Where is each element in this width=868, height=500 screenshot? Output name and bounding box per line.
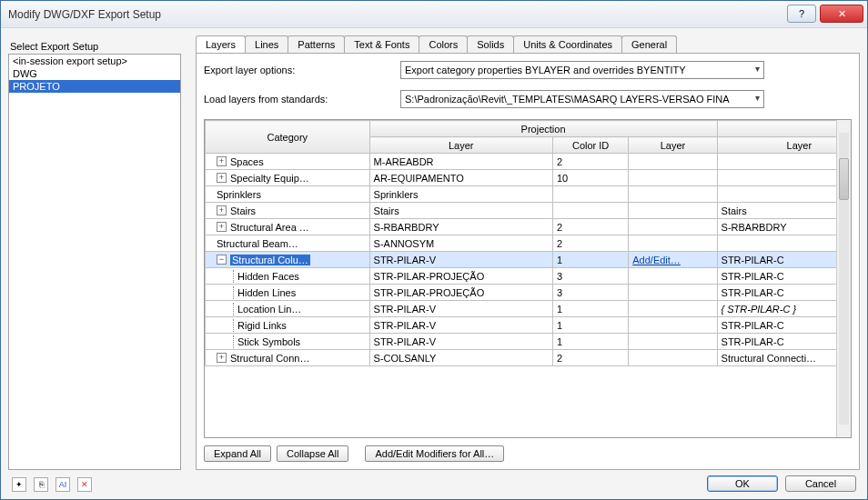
cut-layer-cell[interactable]: Structural Connecti…	[717, 350, 852, 366]
grid-vertical-scrollbar[interactable]	[836, 120, 851, 437]
header-cut-layer[interactable]: Layer	[717, 137, 852, 154]
proj-layer-cell[interactable]: S-RBARBDRY	[369, 219, 552, 235]
expand-toggle-icon[interactable]: +	[217, 156, 227, 166]
table-row[interactable]: Hidden FacesSTR-PILAR-PROJEÇÃO3STR-PILAR…	[206, 268, 853, 285]
proj-layer-cell[interactable]: STR-PILAR-PROJEÇÃO	[369, 285, 552, 301]
header-projection-group[interactable]: Projection	[369, 121, 717, 137]
proj-colorid-cell[interactable]	[552, 203, 628, 219]
table-row[interactable]: Stick SymbolsSTR-PILAR-V1STR-PILAR-C4	[206, 334, 853, 350]
ok-button[interactable]: OK	[707, 475, 778, 492]
proj-colorid-cell[interactable]: 3	[552, 285, 628, 301]
table-row[interactable]: +Structural Conn…S-COLSANLY2Structural C…	[206, 350, 853, 366]
cut-layer-cell[interactable]: STR-PILAR-C	[717, 317, 852, 334]
table-row[interactable]: SprinklersSprinklers	[206, 186, 853, 203]
tab-lines[interactable]: Lines	[245, 35, 288, 53]
proj-modifier-cell[interactable]	[629, 268, 717, 285]
table-row[interactable]: Structural Beam…S-ANNOSYM2	[206, 235, 853, 252]
export-setup-list[interactable]: <in-session export setup>DWGPROJETO	[8, 54, 181, 470]
table-row[interactable]: Rigid LinksSTR-PILAR-V1STR-PILAR-C4	[206, 317, 853, 334]
tab-units-coordinates[interactable]: Units & Coordinates	[513, 35, 622, 53]
layer-grid[interactable]: Category Projection Cut Layer Color ID L…	[204, 119, 852, 438]
cut-layer-cell[interactable]	[717, 154, 852, 170]
proj-colorid-cell[interactable]: 1	[552, 301, 628, 317]
tab-general[interactable]: General	[621, 35, 677, 53]
header-proj-layer[interactable]: Layer	[369, 137, 552, 154]
cut-layer-cell[interactable]	[717, 235, 852, 252]
proj-layer-cell[interactable]: S-ANNOSYM	[369, 235, 552, 252]
cut-layer-cell[interactable]: Stairs	[717, 203, 852, 219]
header-proj-colorid[interactable]: Color ID	[552, 137, 628, 154]
cut-layer-cell[interactable]: S-RBARBDRY	[717, 219, 852, 235]
proj-layer-cell[interactable]: AR-EQUIPAMENTO	[369, 170, 552, 186]
proj-modifier-cell[interactable]	[629, 317, 717, 334]
proj-colorid-cell[interactable]: 1	[552, 317, 628, 334]
cut-layer-cell[interactable]: { STR-PILAR-C }	[717, 301, 852, 317]
proj-modifier-cell[interactable]	[629, 350, 717, 366]
header-category[interactable]: Category	[206, 121, 370, 154]
layer-options-combo[interactable]: Export category properties BYLAYER and o…	[400, 61, 764, 79]
cut-layer-cell[interactable]	[717, 170, 852, 186]
collapse-toggle-icon[interactable]: −	[217, 255, 227, 265]
table-row[interactable]: +SpacesM-AREABDR2	[206, 154, 853, 170]
table-row[interactable]: +Structural Area …S-RBARBDRY2S-RBARBDRY2	[206, 219, 853, 235]
header-cut-group[interactable]: Cut	[717, 121, 852, 137]
cut-layer-cell[interactable]: STR-PILAR-C	[717, 268, 852, 285]
proj-colorid-cell[interactable]: 2	[552, 350, 628, 366]
proj-modifier-cell[interactable]	[629, 170, 717, 186]
proj-layer-cell[interactable]: Stairs	[369, 203, 552, 219]
close-button[interactable]: ✕	[820, 5, 863, 23]
proj-modifier-cell[interactable]	[629, 334, 717, 350]
new-setup-icon[interactable]: ✦	[12, 477, 26, 492]
cut-layer-cell[interactable]: STR-PILAR-C	[717, 252, 852, 268]
header-proj-layermod[interactable]: Layer	[629, 137, 717, 154]
table-row[interactable]: −Structural Colu…STR-PILAR-V1Add/Edit…ST…	[206, 252, 853, 268]
tab-layers[interactable]: Layers	[196, 35, 246, 53]
tab-patterns[interactable]: Patterns	[288, 35, 345, 53]
proj-layer-cell[interactable]: STR-PILAR-V	[369, 317, 552, 334]
tab-text-fonts[interactable]: Text & Fonts	[344, 35, 419, 53]
proj-colorid-cell[interactable]: 10	[552, 170, 628, 186]
proj-layer-cell[interactable]: M-AREABDR	[369, 154, 552, 170]
proj-colorid-cell[interactable]: 2	[552, 235, 628, 252]
proj-modifier-cell[interactable]	[629, 301, 717, 317]
delete-setup-icon[interactable]: ✕	[77, 477, 92, 492]
proj-layer-cell[interactable]: S-COLSANLY	[369, 350, 552, 366]
table-row[interactable]: +StairsStairsStairs	[206, 203, 853, 219]
rename-setup-icon[interactable]: AI	[56, 477, 70, 492]
proj-layer-cell[interactable]: Sprinklers	[369, 186, 552, 203]
proj-colorid-cell[interactable]: 1	[552, 252, 628, 268]
expand-toggle-icon[interactable]: +	[217, 353, 227, 363]
table-row[interactable]: +Specialty Equip…AR-EQUIPAMENTO10	[206, 170, 853, 186]
proj-modifier-cell[interactable]	[629, 186, 717, 203]
cancel-button[interactable]: Cancel	[785, 475, 856, 492]
proj-modifier-cell[interactable]	[629, 154, 717, 170]
add-edit-modifier-link[interactable]: Add/Edit…	[629, 252, 717, 268]
proj-colorid-cell[interactable]: 2	[552, 154, 628, 170]
proj-modifier-cell[interactable]	[629, 285, 717, 301]
proj-modifier-cell[interactable]	[629, 203, 717, 219]
proj-layer-cell[interactable]: STR-PILAR-V	[369, 301, 552, 317]
proj-modifier-cell[interactable]	[629, 235, 717, 252]
help-button[interactable]: ?	[787, 5, 816, 23]
cut-layer-cell[interactable]: STR-PILAR-C	[717, 285, 852, 301]
export-setup-item[interactable]: <in-session export setup>	[9, 55, 180, 67]
tab-solids[interactable]: Solids	[467, 35, 514, 53]
export-setup-item[interactable]: DWG	[9, 67, 180, 80]
proj-colorid-cell[interactable]: 2	[552, 219, 628, 235]
copy-setup-icon[interactable]: ⎘	[34, 477, 48, 492]
proj-modifier-cell[interactable]	[629, 219, 717, 235]
export-setup-item[interactable]: PROJETO	[9, 80, 180, 93]
proj-colorid-cell[interactable]: 1	[552, 334, 628, 350]
cut-layer-cell[interactable]	[717, 186, 852, 203]
expand-toggle-icon[interactable]: +	[217, 222, 227, 232]
proj-layer-cell[interactable]: STR-PILAR-V	[369, 252, 552, 268]
proj-colorid-cell[interactable]	[552, 186, 628, 203]
proj-layer-cell[interactable]: STR-PILAR-V	[369, 334, 552, 350]
add-edit-modifiers-button[interactable]: Add/Edit Modifiers for All…	[365, 445, 504, 462]
tab-colors[interactable]: Colors	[419, 35, 468, 53]
collapse-all-button[interactable]: Collapse All	[277, 445, 348, 462]
cut-layer-cell[interactable]: STR-PILAR-C	[717, 334, 852, 350]
load-layers-combo[interactable]: S:\Padronização\Revit\_TEMPLATES\MASARQ …	[400, 90, 764, 108]
proj-layer-cell[interactable]: STR-PILAR-PROJEÇÃO	[369, 268, 552, 285]
proj-colorid-cell[interactable]: 3	[552, 268, 628, 285]
